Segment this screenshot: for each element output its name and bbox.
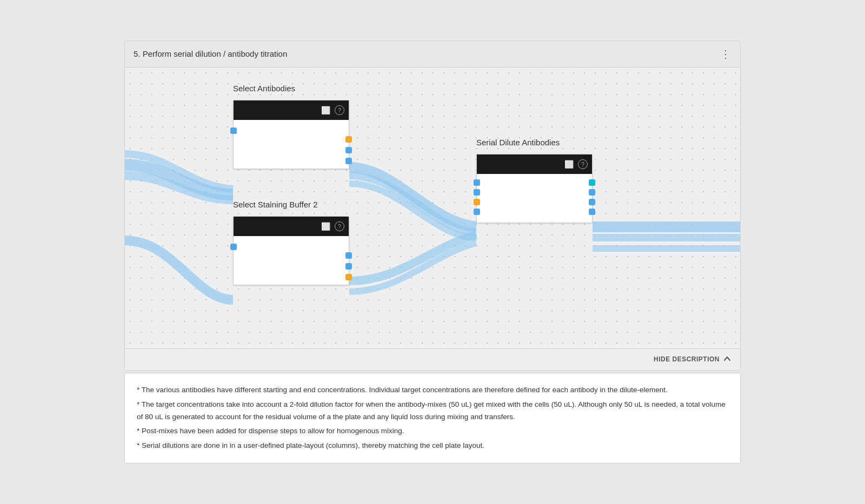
- serial-dilute-port-right-2: [589, 189, 595, 196]
- select-antibodies-body: [234, 120, 349, 169]
- select-antibodies-port-right-3: [345, 158, 352, 164]
- select-antibodies-port-right-1: [345, 136, 352, 143]
- serial-dilute-port-right-3: [589, 199, 595, 205]
- select-staining-port-right-2: [345, 263, 352, 270]
- description-line-2: * The target concentrations take into ac…: [137, 399, 728, 424]
- serial-dilute-header: ⬜ ?: [477, 154, 592, 174]
- select-antibodies-port-left-1: [230, 127, 237, 134]
- serial-dilute-port-left-4: [474, 209, 480, 215]
- select-antibodies-port-right-2: [345, 147, 352, 153]
- serial-dilute-export-icon[interactable]: ⬜: [564, 160, 574, 169]
- workflow-menu-icon[interactable]: ⋮: [720, 48, 731, 61]
- serial-dilute-node: ⬜ ?: [476, 154, 593, 223]
- select-staining-port-right-3: [345, 274, 352, 280]
- select-staining-body: [234, 236, 349, 285]
- description-line-1: * The various antibodies have different …: [137, 384, 728, 397]
- select-staining-header: ⬜ ?: [234, 217, 349, 236]
- connections-svg: [125, 68, 740, 348]
- serial-dilute-port-right-4: [589, 209, 595, 215]
- serial-dilute-port-left-2: [474, 189, 480, 196]
- select-antibodies-node: ⬜ ?: [233, 100, 349, 169]
- workflow-footer: HIDE DESCRIPTION: [125, 348, 740, 370]
- workflow-title: 5. Perform serial dilution / antibody ti…: [134, 49, 287, 58]
- serial-dilute-body: [477, 174, 592, 223]
- select-staining-port-right-1: [345, 252, 352, 259]
- description-line-4: * Serial dilutions are done in in a user…: [137, 440, 728, 452]
- select-staining-export-icon[interactable]: ⬜: [321, 222, 330, 231]
- description-line-3: * Post-mixes have been added for dispens…: [137, 425, 728, 438]
- chevron-up-icon: [723, 354, 731, 365]
- select-antibodies-label: Select Antibodies: [233, 84, 295, 93]
- select-antibodies-header: ⬜ ?: [234, 100, 349, 120]
- description-panel: * The various antibodies have different …: [124, 373, 741, 464]
- hide-description-button[interactable]: HIDE DESCRIPTION: [654, 354, 731, 365]
- serial-dilute-port-right-1: [589, 179, 595, 186]
- select-staining-node: ⬜ ?: [233, 216, 349, 285]
- serial-dilute-port-left-1: [474, 179, 480, 186]
- serial-dilute-port-left-3: [474, 199, 480, 205]
- select-staining-label: Select Staining Buffer 2: [233, 200, 318, 209]
- workflow-canvas: Select Antibodies ⬜ ?: [125, 68, 740, 348]
- serial-dilute-help-icon[interactable]: ?: [578, 159, 588, 169]
- select-antibodies-export-icon[interactable]: ⬜: [321, 106, 330, 115]
- serial-dilute-label: Serial Dilute Antibodies: [476, 138, 560, 147]
- select-staining-port-left-1: [230, 244, 237, 250]
- select-staining-help-icon[interactable]: ?: [335, 221, 344, 231]
- select-antibodies-help-icon[interactable]: ?: [335, 105, 344, 115]
